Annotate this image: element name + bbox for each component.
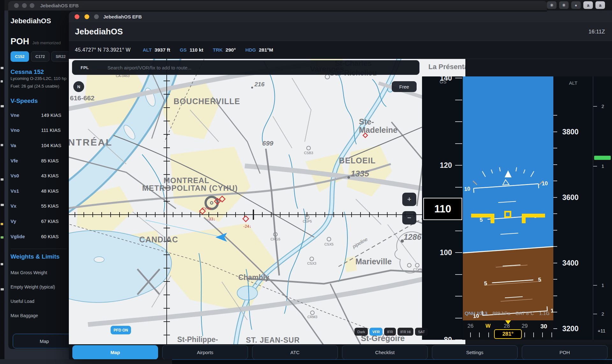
background-window-titlebar: JebediahOS EFB	[8, 1, 547, 11]
pfd-data-item: 1.1G	[539, 310, 550, 316]
tape-tick	[553, 197, 557, 198]
map-label: -33↓	[207, 217, 215, 221]
heading-number: W	[485, 323, 491, 329]
tab-map[interactable]: Map	[72, 345, 158, 359]
minimize-icon[interactable]	[22, 3, 27, 8]
tape-tick	[455, 143, 462, 144]
tape-tick	[553, 213, 557, 214]
vspeed-label: Vglide	[11, 233, 25, 239]
efb-window: JebediahOS EFB JebediahOS 16:11Z 45.4727…	[69, 11, 612, 359]
map-label: CRM3	[307, 315, 317, 319]
vspeed-row: Vs043 KIAS	[11, 168, 71, 183]
svg-text:5: 5	[538, 276, 542, 283]
flight-plan-bar: FPL	[72, 60, 419, 75]
map-label: 216	[254, 81, 265, 88]
extension-icon[interactable]: ✳	[559, 1, 569, 9]
aircraft-name: Cessna 152	[11, 68, 44, 75]
map-style-sat[interactable]: SAT	[415, 328, 428, 336]
map-label: MONTREAL	[164, 176, 209, 185]
map-style-dark[interactable]: Dark	[354, 328, 368, 336]
browser-extension-icons: ✳✳●aa	[547, 1, 605, 9]
tape-tick	[455, 296, 462, 296]
vsi-number: 2	[601, 103, 604, 109]
zoom-icon[interactable]	[94, 14, 99, 19]
close-icon[interactable]	[75, 14, 79, 19]
window-titlebar[interactable]: JebediahOS EFB	[69, 11, 612, 22]
map-style-ifr-hi[interactable]: IFR Hi	[397, 328, 414, 336]
pfd-data-item: QNH 1013	[465, 310, 487, 316]
status-item: ALT3937 ft	[143, 47, 170, 53]
app-icon[interactable]: a	[595, 1, 605, 9]
vspeeds-table: Vne149 KIASVno111 KIASVa104 KIASVfe85 KI…	[11, 107, 71, 244]
vsi-tick	[593, 166, 597, 167]
vsi-tick	[593, 285, 597, 286]
tape-number: 3400	[562, 259, 579, 267]
aircraft-tab-sr22[interactable]: SR22	[51, 51, 70, 62]
tab-settings[interactable]: Settings	[432, 345, 518, 359]
heading-number: 26	[468, 323, 474, 329]
map-style-vfr[interactable]: VFR	[369, 328, 382, 336]
airspeed-tape: GS 80100120140 110	[422, 76, 463, 340]
status-item: HDG281°M	[245, 47, 273, 53]
tape-tick	[455, 78, 462, 78]
zoom-icon[interactable]	[30, 3, 34, 8]
status-item: TRK290°	[213, 47, 236, 53]
svg-text:5: 5	[484, 280, 487, 287]
terminal-fragment	[1, 223, 3, 225]
tape-tick	[553, 328, 557, 329]
map-label: BOUCHERVILLE	[174, 97, 240, 106]
heading-number: 29	[522, 323, 528, 329]
heading-number: 30	[540, 323, 547, 330]
tape-tick	[553, 148, 557, 148]
status-value: 281°M	[259, 47, 273, 53]
tape-number: 100	[440, 248, 452, 257]
vsi-tick	[593, 314, 597, 314]
sidebar-map-button[interactable]: Map	[13, 334, 76, 348]
vspeed-row: Va104 KIAS	[11, 138, 71, 153]
tab-poh[interactable]: POH	[522, 345, 608, 359]
vspeed-label: Vfe	[11, 158, 18, 163]
vspeed-row: Vx55 KIAS	[11, 198, 71, 214]
route-search-input[interactable]	[107, 65, 389, 71]
aircraft-tab-c172[interactable]: C172	[31, 51, 49, 62]
vspeed-value: 111 KIAS	[41, 127, 61, 133]
app-icon[interactable]: a	[583, 1, 593, 9]
map-label: BELOEIL	[339, 156, 375, 165]
heading-strip: 26W282930 281°	[463, 320, 553, 340]
tab-checklist[interactable]: Checklist	[342, 345, 428, 359]
vspeed-row: Vne149 KIAS	[11, 107, 71, 123]
tab-atc[interactable]: ATC	[252, 345, 338, 359]
tape-tick	[553, 115, 557, 116]
terminal-fragment	[1, 80, 3, 82]
tape-tick	[553, 279, 557, 280]
heading-tick	[524, 332, 525, 337]
tape-tick	[455, 100, 462, 100]
fpl-label: FPL	[81, 65, 89, 70]
tape-tick	[553, 296, 557, 296]
map[interactable]: VarennesCA-0463616-662BOUCHERVILLE216St-…	[69, 59, 465, 344]
tab-airports[interactable]: Airports	[162, 345, 248, 359]
close-icon[interactable]	[14, 3, 19, 8]
heading-tick	[488, 332, 489, 337]
vspeed-row: Vy67 KIAS	[11, 213, 71, 229]
extension-icon[interactable]: ●	[571, 1, 581, 9]
minimize-icon[interactable]	[84, 14, 89, 19]
heading-tick	[542, 332, 543, 337]
aircraft-tab-c152[interactable]: C152	[11, 51, 29, 62]
pfd-data-item: 889 hPa	[492, 310, 510, 316]
extension-icon[interactable]: ✳	[547, 1, 557, 9]
vsi-bar	[594, 156, 611, 160]
north-up-button[interactable]: N	[73, 81, 84, 92]
map-mode-free-button[interactable]: Free	[392, 81, 417, 92]
heading-tick	[533, 332, 534, 337]
background-window-title: JebediahOS EFB	[40, 3, 79, 8]
map-style-ifr[interactable]: IFR	[384, 328, 396, 336]
zoom-out-button[interactable]: −	[402, 211, 416, 225]
vspeed-value: 104 KIAS	[41, 142, 61, 148]
tape-number: 3200	[562, 324, 579, 333]
map-label: ST. JEAN-SUR	[246, 336, 300, 344]
map-label: Ste-	[359, 117, 374, 126]
pfd-toggle-button[interactable]: PFD ON	[111, 326, 131, 334]
zoom-in-button[interactable]: +	[402, 193, 416, 206]
tape-tick	[553, 132, 557, 132]
